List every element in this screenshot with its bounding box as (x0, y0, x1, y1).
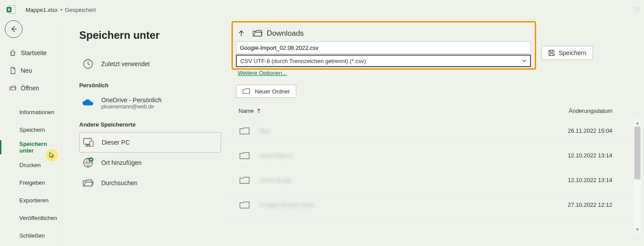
up-icon[interactable] (237, 29, 246, 38)
group-personal: Persönlich (79, 82, 221, 89)
breadcrumb[interactable]: Downloads (267, 29, 304, 38)
save-panel: Downloads CSV UTF-8 (durch Trennzeichen … (224, 19, 644, 246)
nav-info[interactable]: Informationen (0, 103, 61, 121)
file-date: 27.10.2022 12:12 (542, 201, 612, 208)
titlebar-filename[interactable]: Mappe1.xlsx (26, 7, 58, 13)
nav-save[interactable]: Speichern (0, 121, 61, 138)
folder-icon (253, 30, 262, 37)
comment-icon[interactable] (632, 4, 642, 15)
folder-icon (239, 174, 251, 186)
new-folder-button[interactable]: Neuer Ordner (236, 85, 296, 98)
nav-open[interactable]: Öffnen (0, 79, 61, 97)
location-browse[interactable]: Durchsuchen (79, 173, 221, 193)
file-row[interactable]: Artist Sonja 12.10.2022 13:14 (224, 168, 641, 193)
clock-icon (82, 58, 94, 70)
file-name: Artist Sonja (260, 177, 542, 184)
svg-rect-8 (85, 146, 90, 146)
nav-save-label: Speichern (19, 127, 45, 133)
nav-share[interactable]: Freigeben (0, 174, 61, 191)
new-folder-label: Neuer Ordner (255, 88, 290, 95)
column-name-label: Name (239, 108, 254, 114)
page-title: Speichern unter (79, 29, 221, 41)
folder-icon (239, 125, 251, 137)
location-this-pc-label: Dieser PC (102, 139, 130, 146)
location-browse-label: Durchsuchen (101, 179, 138, 186)
column-name[interactable]: Name (239, 108, 542, 114)
location-onedrive-label: OneDrive - Persönlich (101, 97, 162, 104)
nav-publish-label: Veröffentlichen (19, 215, 57, 221)
group-other: Andere Speicherorte (79, 121, 221, 128)
onedrive-icon (82, 97, 94, 109)
nav-home[interactable]: Startseite (0, 44, 61, 62)
svg-rect-7 (86, 145, 89, 145)
save-button[interactable]: Speichern (541, 46, 593, 60)
file-date: 12.10.2022 13:14 (542, 177, 612, 183)
filetype-value: CSV UTF-8 (durch Trennzeichen getrennt) … (240, 58, 366, 64)
back-button[interactable] (5, 20, 22, 38)
nav-export-label: Exportieren (19, 197, 48, 204)
folder-icon (239, 199, 251, 211)
browse-icon (82, 177, 94, 189)
location-onedrive-sub: pkuenemann@web.de (101, 104, 162, 110)
open-icon (9, 84, 17, 92)
nav-publish[interactable]: Veröffentlichen (0, 209, 61, 227)
save-icon (548, 49, 555, 56)
scroll-down-icon[interactable]: ▼ (633, 225, 641, 233)
backstage-nav: Startseite Neu Öffnen Informationen Spei… (0, 19, 62, 246)
new-icon (9, 67, 17, 75)
this-pc-icon (82, 136, 95, 149)
locations-panel: Speichern unter Zuletzt verwendet Persön… (62, 19, 224, 246)
filetype-dropdown[interactable]: CSV UTF-8 (durch Trennzeichen getrennt) … (236, 55, 531, 67)
location-this-pc[interactable]: Dieser PC (79, 132, 221, 153)
arrow-left-icon (9, 25, 18, 34)
location-add-place[interactable]: Ort hinzufügen (79, 153, 221, 173)
file-name: Artist Marco (260, 152, 542, 159)
scroll-up-icon[interactable]: ▲ (633, 119, 641, 127)
file-name: Blur (260, 127, 542, 134)
file-table-header: Name Änderungsdatum (224, 98, 641, 119)
nav-saveas-label: Speichern unter (19, 141, 61, 154)
add-place-icon (82, 157, 94, 169)
file-row[interactable]: Fragen Robert Smit 27.10.2022 12:12 (224, 193, 641, 217)
titlebar: Mappe1.xlsx • Gespeichert (0, 0, 644, 19)
folder-icon (239, 149, 251, 162)
file-list: Blur 26.11.2022 15:04 Artist Marco 12.10… (224, 119, 641, 233)
titlebar-status[interactable]: Gespeichert (65, 7, 96, 13)
new-folder-icon (243, 88, 250, 94)
file-name: Fragen Robert Smit (260, 201, 542, 209)
chevron-down-icon (522, 59, 526, 63)
nav-share-label: Freigeben (19, 179, 45, 186)
location-recent-label: Zuletzt verwendet (101, 60, 150, 67)
file-date: 26.11.2022 15:04 (542, 127, 612, 134)
scroll-thumb[interactable] (634, 127, 640, 179)
nav-print[interactable]: Drucken (0, 156, 61, 174)
home-icon (9, 49, 17, 57)
scrollbar[interactable]: ▲ ▼ (633, 119, 641, 233)
location-recent[interactable]: Zuletzt verwendet (79, 54, 221, 74)
nav-home-label: Startseite (21, 49, 47, 56)
nav-new[interactable]: Neu (0, 62, 61, 79)
file-row[interactable]: Artist Marco 12.10.2022 13:14 (224, 143, 641, 168)
file-row[interactable]: Blur 26.11.2022 15:04 (224, 119, 641, 143)
nav-open-label: Öffnen (21, 85, 39, 92)
titlebar-separator: • (60, 7, 63, 13)
nav-print-label: Drucken (19, 162, 40, 168)
nav-close[interactable]: Schließen (0, 227, 61, 244)
excel-app-icon (6, 5, 16, 15)
location-onedrive[interactable]: OneDrive - Persönlich pkuenemann@web.de (79, 93, 221, 113)
svg-rect-9 (90, 141, 93, 146)
nav-new-label: Neu (21, 67, 32, 74)
nav-saveas[interactable]: Speichern unter (0, 138, 61, 156)
location-add-place-label: Ort hinzufügen (101, 159, 142, 166)
more-options-link[interactable]: Weitere Optionen... (238, 70, 287, 76)
path-row: Downloads (224, 26, 641, 41)
filename-input[interactable] (236, 41, 531, 54)
nav-export[interactable]: Exportieren (0, 191, 61, 209)
nav-close-label: Schließen (19, 232, 45, 239)
column-date[interactable]: Änderungsdatum (542, 108, 612, 114)
sort-asc-icon (257, 108, 261, 114)
save-button-label: Speichern (559, 49, 586, 56)
file-date: 12.10.2022 13:14 (542, 152, 612, 159)
nav-info-label: Informationen (19, 109, 55, 116)
